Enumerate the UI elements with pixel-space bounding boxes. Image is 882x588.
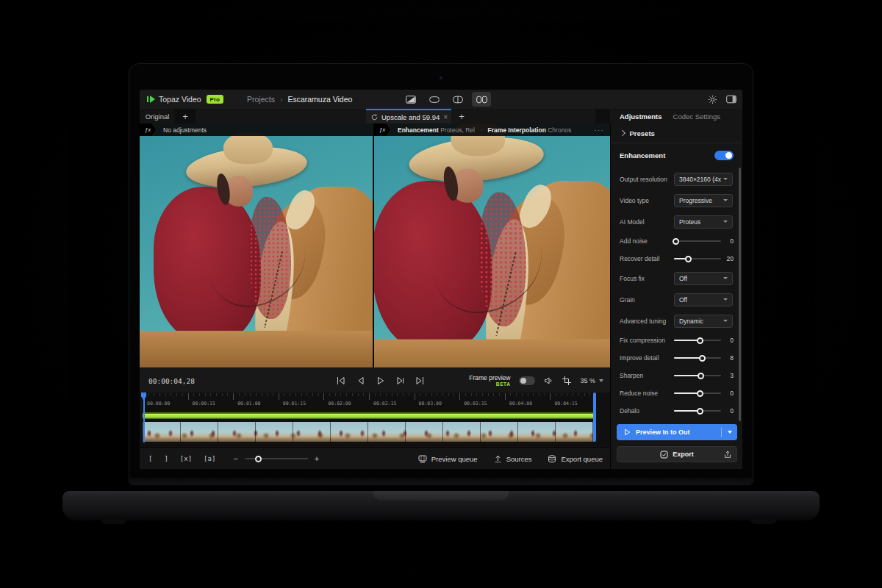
presets-row[interactable]: Presets: [611, 123, 742, 143]
improve-detail-slider[interactable]: [674, 357, 721, 359]
ai-model-select[interactable]: Proteus: [674, 215, 733, 229]
chevron-down-icon: [599, 379, 603, 382]
preview-in-to-out-button[interactable]: Preview In to Out: [617, 424, 737, 440]
set-out-point-button[interactable]: ]: [164, 455, 168, 462]
timeline-zoom-slider[interactable]: [245, 458, 308, 459]
zoom-to-selection-button[interactable]: [a]: [204, 455, 215, 462]
fx-badge-icon: ƒx: [140, 123, 156, 136]
zoom-out-icon[interactable]: −: [233, 455, 237, 463]
label-advanced-tuning: Advanced tuning: [620, 318, 674, 325]
advanced-tuning-select[interactable]: Dynamic: [674, 315, 733, 328]
speaker-icon[interactable]: [544, 376, 553, 385]
app-logo[interactable]: Topaz Video Pro: [140, 95, 223, 104]
tab-upscale-active[interactable]: Upscale and 59.94 ×: [366, 109, 451, 123]
tab-codec-settings[interactable]: Codec Settings: [673, 112, 720, 121]
row-ai-model: AI ModelProteus: [611, 211, 742, 232]
play-outline-icon: [624, 429, 631, 436]
export-button[interactable]: Export: [617, 446, 737, 462]
focus-fix-select[interactable]: Off: [674, 272, 733, 285]
timeline[interactable]: 00:00:0000:00:1500:01:0000:01:1500:02:00…: [140, 392, 610, 447]
fix-compression-slider[interactable]: [674, 340, 721, 341]
upload-arrow-icon: [494, 455, 502, 463]
row-output-resolution: Output resolution3840×2160 (4x ...: [611, 168, 742, 190]
tick-label: 00:01:00: [237, 401, 260, 406]
tick-label: 00:02:00: [328, 401, 351, 406]
filmstrip-thumbnails[interactable]: [143, 422, 595, 442]
settings-gear-icon[interactable]: [708, 95, 717, 104]
zoom-level-dropdown[interactable]: 35 %: [580, 377, 603, 384]
play-logo-icon: [147, 96, 155, 103]
label-sharpen: Sharpen: [620, 372, 674, 379]
video-type-select[interactable]: Progressive: [674, 194, 733, 207]
slider-thumb[interactable]: [699, 355, 706, 362]
new-tab-button-2[interactable]: +: [454, 109, 469, 123]
grain-select[interactable]: Off: [674, 293, 733, 306]
play-icon[interactable]: [375, 376, 385, 386]
slider-fill: [674, 392, 700, 394]
label-grain: Grain: [620, 296, 674, 304]
frame-forward-icon[interactable]: [395, 376, 405, 386]
split-slider-view-icon[interactable]: [448, 92, 467, 107]
dehalo-slider[interactable]: [674, 410, 721, 412]
out-point-handle[interactable]: [593, 392, 596, 442]
tab-original[interactable]: Original: [140, 109, 175, 123]
side-by-side-view-icon[interactable]: [472, 92, 491, 107]
sources-button[interactable]: Sources: [494, 455, 532, 463]
timeline-ruler[interactable]: 00:00:0000:00:1500:01:0000:01:1500:02:00…: [143, 393, 595, 409]
single-view-icon[interactable]: [425, 92, 444, 107]
slider-thumb[interactable]: [255, 456, 262, 462]
slider-thumb[interactable]: [697, 408, 703, 415]
select-value: Proteus: [679, 218, 700, 226]
transport-bar: 00:00:04,28: [140, 368, 610, 393]
add-noise-slider[interactable]: [674, 240, 721, 242]
set-in-point-button[interactable]: [: [148, 455, 152, 462]
diagonal-split-view-icon[interactable]: [401, 92, 420, 107]
breadcrumb-projects[interactable]: Projects: [247, 95, 275, 104]
frame-back-icon[interactable]: [355, 376, 365, 386]
select-value: Off: [679, 296, 687, 304]
slider-thumb[interactable]: [697, 390, 703, 397]
crop-icon[interactable]: [562, 376, 571, 385]
panel-scrollbar[interactable]: [739, 168, 741, 421]
slider-thumb[interactable]: [673, 238, 679, 245]
skip-to-start-icon[interactable]: [335, 376, 345, 386]
more-options-icon[interactable]: ···: [595, 126, 605, 134]
breadcrumb-separator: ›: [280, 95, 283, 104]
slider-value: 8: [730, 354, 734, 362]
label-focus-fix: Focus fix: [620, 275, 674, 282]
clear-in-out-button[interactable]: [x]: [180, 455, 192, 462]
row-video-type: Video typeProgressive: [611, 190, 742, 211]
video-pane-processed[interactable]: ƒx Enhancement Proteus, Rel · Frame Inte…: [374, 123, 610, 368]
pro-badge: Pro: [207, 95, 223, 104]
output-resolution-select[interactable]: 3840×2160 (4x ...: [674, 173, 733, 186]
tab-adjustments[interactable]: Adjustments: [620, 112, 662, 121]
slider-thumb[interactable]: [698, 373, 704, 379]
tick-label: 00:00:15: [193, 401, 215, 406]
skip-to-end-icon[interactable]: [415, 376, 425, 386]
export-queue-button[interactable]: Export queue: [548, 455, 603, 463]
tick-label: 00:03:00: [419, 401, 442, 406]
video-pane-original[interactable]: ƒx No adjustments: [140, 123, 374, 368]
slider-fill: [674, 410, 700, 412]
new-tab-button[interactable]: +: [178, 109, 193, 123]
row-improve-detail: Improve detail8: [611, 349, 742, 367]
row-recover-detail: Recover detail20: [611, 250, 742, 268]
processed-pane-header: ƒx Enhancement Proteus, Rel · Frame Inte…: [374, 123, 610, 136]
reduce-noise-slider[interactable]: [674, 392, 721, 394]
tab-original-label: Original: [146, 112, 170, 121]
recover-detail-slider[interactable]: [674, 258, 721, 259]
chevron-down-icon[interactable]: [722, 431, 737, 434]
toggle-side-panel-icon[interactable]: [726, 95, 736, 104]
slider-thumb[interactable]: [685, 256, 692, 262]
frame-preview-toggle[interactable]: [519, 376, 535, 385]
timeline-zoom-control: − +: [233, 455, 319, 463]
view-mode-switcher: [401, 90, 491, 109]
zoom-in-icon[interactable]: +: [315, 455, 319, 463]
close-tab-icon[interactable]: ×: [443, 113, 448, 121]
share-up-icon[interactable]: [724, 451, 731, 459]
enhancement-toggle[interactable]: [714, 151, 734, 160]
sharpen-slider[interactable]: [674, 375, 721, 376]
sources-label: Sources: [506, 455, 532, 463]
slider-thumb[interactable]: [697, 337, 703, 344]
preview-queue-button[interactable]: Preview queue: [418, 455, 478, 463]
